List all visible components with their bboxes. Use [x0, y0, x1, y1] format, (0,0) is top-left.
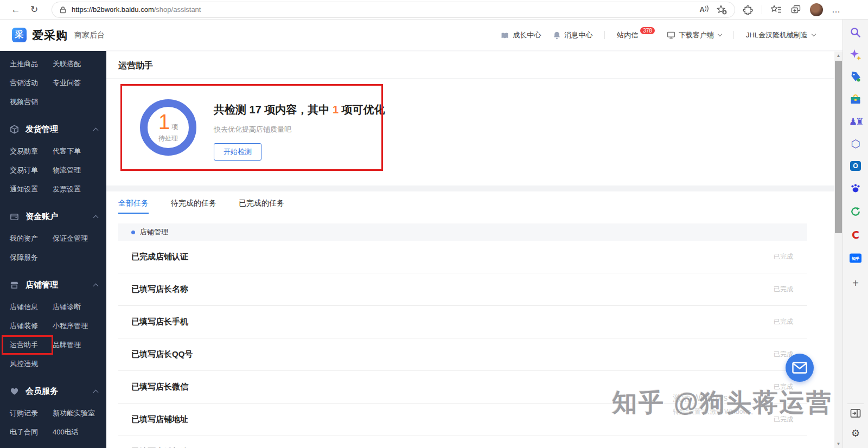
sidebar-item-运营助手-active[interactable]: 运营助手 [0, 335, 53, 354]
scroll-down-icon[interactable]: ▼ [834, 440, 843, 448]
sidebar-links-grid: 主推商品关联搭配营销活动专业问答视频营销 [0, 54, 106, 111]
group-dot-icon [131, 231, 135, 234]
book-icon [500, 31, 509, 40]
sidebar-section-title: 资金账户 [25, 212, 58, 222]
task-row[interactable]: 已完成店铺认证已完成 [118, 241, 807, 273]
sidebar-item-我的资产[interactable]: 我的资产 [0, 229, 53, 248]
microsoft365-icon[interactable]: ⬡ [851, 137, 860, 150]
nav-growth-center[interactable]: 成长中心 [500, 30, 541, 40]
sidebar-item-店铺信息[interactable]: 店铺信息 [0, 297, 53, 316]
open-sidebar-icon[interactable] [850, 408, 861, 418]
sidebar-item-营销活动[interactable]: 营销活动 [0, 73, 53, 92]
task-row[interactable]: 已填写店长名称已完成 [118, 273, 807, 306]
games-icon[interactable]: ♟♜ [849, 116, 862, 127]
group-label: 店铺管理 [140, 227, 168, 237]
sidebar-item-店铺诊断[interactable]: 店铺诊断 [53, 297, 106, 316]
task-name: 已填写店长QQ号 [131, 349, 193, 360]
sidebar-item-主推商品[interactable]: 主推商品 [0, 54, 53, 73]
outlook-icon[interactable]: O [850, 161, 861, 171]
toolbar-right: … [742, 3, 848, 16]
sidebar-item-电子合同[interactable]: 电子合同 [0, 423, 53, 441]
favorites-bar-icon[interactable] [771, 5, 782, 15]
sidebar-item-物流管理[interactable]: 物流管理 [53, 161, 106, 180]
sidebar-item-品牌管理[interactable]: 品牌管理 [53, 335, 106, 354]
copilot-icon[interactable] [850, 49, 861, 61]
nav-download-client[interactable]: 下载客户端 [667, 30, 722, 40]
sidebar-section-发货管理[interactable]: 发货管理 [0, 117, 106, 142]
sidebar-item-保障服务[interactable]: 保障服务 [0, 248, 53, 267]
monitor-icon [667, 31, 675, 39]
sidebar-item-视频营销[interactable]: 视频营销 [0, 92, 53, 111]
task-row[interactable]: 已填写店长QQ号已完成 [118, 338, 807, 371]
sidebar-item-400电话[interactable]: 400电话 [53, 423, 106, 441]
baidu-paw-icon[interactable] [850, 182, 861, 194]
sidebar-item-关联搭配[interactable]: 关联搭配 [53, 54, 106, 73]
back-icon[interactable]: ← [7, 4, 25, 15]
sidebar-links-grid: 交易勋章代客下单交易订单物流管理通知设置发票设置 [0, 142, 106, 199]
zhihu-icon[interactable]: 知乎 [850, 254, 861, 263]
nav-site-mail[interactable]: 站内信378 [617, 30, 655, 40]
nav-separator [733, 31, 734, 39]
nav-message-center[interactable]: 消息中心 [553, 30, 592, 40]
red-c-extension-icon[interactable]: C [852, 229, 859, 241]
extensions-icon[interactable] [742, 4, 753, 15]
search-icon[interactable] [850, 27, 861, 39]
scrollbar-thumb[interactable] [835, 61, 842, 233]
portal-subtitle: 商家后台 [74, 30, 105, 40]
collections-icon[interactable] [790, 4, 801, 15]
tab-待完成的任务[interactable]: 待完成的任务 [171, 199, 216, 214]
sidebar-item-交易勋章[interactable]: 交易勋章 [0, 142, 53, 161]
sidebar-section-会员服务[interactable]: 会员服务 [0, 379, 106, 404]
tab-全部任务[interactable]: 全部任务 [118, 199, 149, 214]
sidebar-item-交易订单[interactable]: 交易订单 [0, 161, 53, 180]
detection-desc: 快去优化提高店铺质量吧 [214, 125, 385, 135]
chevron-up-icon [93, 215, 99, 220]
read-aloud-icon[interactable]: A [700, 5, 709, 14]
sidebar-item-风控违规[interactable]: 风控违规 [0, 354, 53, 373]
profile-avatar[interactable] [810, 3, 823, 16]
chevron-up-icon [93, 283, 99, 289]
nav-account-menu[interactable]: JHL金汉隆机械制造 [746, 30, 815, 40]
sidebar-links-grid: 店铺信息店铺诊断店铺装修小程序管理运营助手品牌管理风控违规 [0, 297, 106, 373]
page-scrollbar[interactable]: ▲ ▼ [834, 52, 843, 448]
shopping-icon[interactable] [850, 71, 861, 83]
toolbox-icon[interactable] [850, 93, 861, 105]
favorite-add-icon[interactable] [717, 5, 727, 15]
sidebar-item-新功能实验室[interactable]: 新功能实验室 [53, 404, 106, 423]
sidebar-item-保证金管理[interactable]: 保证金管理 [53, 229, 106, 248]
screen: ← ↻ https://b2bwork.baidu.com/shop/assis… [0, 0, 868, 448]
task-name: 已填写店长微信 [131, 382, 188, 392]
start-detection-button[interactable]: 开始检测 [214, 143, 261, 161]
sidebar-item-订购记录[interactable]: 订购记录 [0, 404, 53, 423]
sidebar-item-通知设置[interactable]: 通知设置 [0, 180, 53, 199]
sidebar-item-店铺装修[interactable]: 店铺装修 [0, 316, 53, 335]
detection-summary: 1 项 待处理 共检测 17 项内容，其中 1 项可优化 快去优化提高店铺质量吧… [106, 79, 834, 161]
chevron-up-icon [93, 389, 99, 395]
shop-icon [10, 280, 19, 290]
task-group-header: 店铺管理 [118, 223, 807, 241]
task-row[interactable]: 已填写店长手机已完成 [118, 306, 807, 338]
task-row[interactable]: 已填写店铺邮箱 [118, 436, 807, 448]
task-row[interactable]: 已填写店长微信已完成 [118, 371, 807, 404]
browser-menu-icon[interactable]: … [832, 5, 841, 15]
sidebar-item-发票设置[interactable]: 发票设置 [53, 180, 106, 199]
scroll-up-icon[interactable]: ▲ [834, 52, 843, 60]
sidebar-item-小程序管理[interactable]: 小程序管理 [53, 316, 106, 335]
sidebar-item-代客下单[interactable]: 代客下单 [53, 142, 106, 161]
task-row[interactable]: 已填写店铺地址已完成 [118, 404, 807, 436]
sidebar-item-专业问答[interactable]: 专业问答 [53, 73, 106, 92]
sync-icon[interactable] [850, 206, 861, 217]
refresh-icon[interactable]: ↻ [25, 4, 43, 15]
settings-gear-icon[interactable]: ⚙ [851, 427, 860, 439]
address-bar[interactable]: https://b2bwork.baidu.com/shop/assistant… [52, 2, 735, 17]
task-status: 已完成 [774, 285, 793, 294]
tab-已完成的任务[interactable]: 已完成的任务 [239, 199, 284, 214]
message-fab-button[interactable] [786, 354, 814, 382]
sidebar-section-资金账户[interactable]: 资金账户 [0, 204, 106, 229]
title-block: 运营助手 [106, 51, 834, 79]
sidebar-section-店铺管理[interactable]: 店铺管理 [0, 272, 106, 297]
task-name: 已填写店长名称 [131, 284, 188, 295]
browser-toolbar: ← ↻ https://b2bwork.baidu.com/shop/assis… [0, 0, 868, 20]
brand-logo-icon[interactable]: 采 [12, 28, 27, 42]
add-sidebar-item-icon[interactable]: + [852, 277, 859, 290]
